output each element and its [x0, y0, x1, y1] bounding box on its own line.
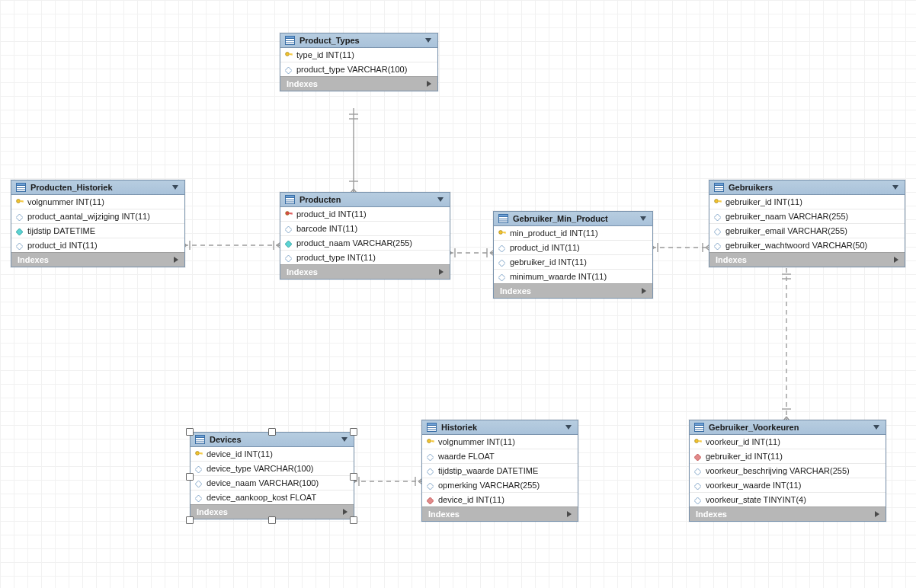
indexes-label: Indexes: [428, 510, 460, 519]
indexes-section[interactable]: Indexes: [690, 507, 886, 521]
column-row[interactable]: gebruiker_id INT(11): [709, 195, 905, 209]
column-row[interactable]: gebruiker_naam VARCHAR(255): [709, 209, 905, 224]
svg-marker-136: [694, 483, 701, 490]
entity-title: Devices: [210, 435, 337, 444]
entity-historiek[interactable]: Historiekvolgnummer INT(11)waarde FLOATt…: [421, 420, 578, 522]
column-row[interactable]: device_type VARCHAR(100): [191, 462, 354, 476]
entity-gebruiker_voorkeuren[interactable]: Gebruiker_Voorkeurenvoorkeur_id INT(11)g…: [689, 420, 886, 522]
column-row[interactable]: voorkeur_beschrijving VARCHAR(255): [690, 464, 886, 478]
indexes-section[interactable]: Indexes: [494, 283, 652, 298]
column-label: product_type VARCHAR(100): [296, 65, 407, 74]
column-label: gebruiker_id INT(11): [706, 452, 783, 461]
column-row[interactable]: gebruiker_email VARCHAR(255): [709, 224, 905, 238]
chevron-down-icon[interactable]: [172, 185, 178, 190]
column-type-icon: [16, 213, 23, 220]
column-row[interactable]: gebruiker_wachtwoord VARCHAR(50): [709, 238, 905, 252]
entity-header[interactable]: Gebruikers: [709, 181, 905, 195]
entity-producten_historiek[interactable]: Producten_Historiekvolgnummer INT(11)pro…: [11, 180, 185, 267]
indexes-section[interactable]: Indexes: [11, 252, 184, 267]
column-row[interactable]: gebruiker_id INT(11): [494, 255, 652, 270]
entity-producten[interactable]: Productenproduct_id INT(11)barcode INT(1…: [280, 192, 450, 280]
column-row[interactable]: product_id INT(11): [11, 238, 184, 252]
indexes-label: Indexes: [500, 286, 531, 296]
column-row[interactable]: device_id INT(11): [422, 493, 578, 507]
column-row[interactable]: tijdstip_waarde DATETIME: [422, 464, 578, 478]
column-label: minimum_waarde INT(11): [510, 272, 607, 281]
entity-header[interactable]: Producten_Historiek: [11, 181, 184, 195]
indexes-section[interactable]: Indexes: [191, 504, 354, 519]
entity-header[interactable]: Historiek: [422, 420, 578, 435]
column-row[interactable]: voorkeur_id INT(11): [690, 435, 886, 449]
column-row[interactable]: waarde FLOAT: [422, 449, 578, 464]
chevron-down-icon[interactable]: [640, 216, 646, 221]
column-label: product_id INT(11): [27, 241, 98, 250]
column-row[interactable]: product_id INT(11): [494, 241, 652, 255]
column-row[interactable]: product_type VARCHAR(100): [280, 62, 437, 76]
column-label: gebruiker_wachtwoord VARCHAR(50): [725, 241, 867, 250]
column-type-icon: [16, 228, 23, 235]
entity-gebruikers[interactable]: Gebruikersgebruiker_id INT(11)gebruiker_…: [709, 180, 905, 267]
column-row[interactable]: volgnummer INT(11): [11, 195, 184, 209]
column-row[interactable]: voorkeur_state TINYINT(4): [690, 493, 886, 507]
column-row[interactable]: device_aankoop_kost FLOAT: [191, 491, 354, 504]
entity-header[interactable]: Producten: [280, 193, 450, 207]
chevron-down-icon[interactable]: [425, 38, 431, 43]
column-type-icon: [498, 259, 505, 266]
indexes-section[interactable]: Indexes: [280, 264, 450, 279]
entity-product_types[interactable]: Product_Typestype_id INT(11)product_type…: [280, 33, 438, 91]
column-type-icon: [195, 494, 202, 501]
indexes-section[interactable]: Indexes: [709, 252, 905, 267]
entity-gebruiker_min_product[interactable]: Gebruiker_Min_Productmin_product_id INT(…: [493, 211, 653, 299]
column-row[interactable]: product_id INT(11): [280, 207, 450, 222]
entity-header[interactable]: Devices: [191, 433, 354, 447]
entity-header[interactable]: Gebruiker_Voorkeuren: [690, 420, 886, 435]
svg-marker-91: [498, 274, 505, 281]
chevron-down-icon[interactable]: [892, 185, 898, 190]
column-row[interactable]: product_aantal_wijziging INT(11): [11, 209, 184, 224]
entity-header[interactable]: Product_Types: [280, 34, 437, 48]
svg-rect-132: [701, 440, 702, 443]
column-row[interactable]: voorkeur_waarde INT(11): [690, 478, 886, 493]
column-type-icon: [694, 497, 701, 503]
indexes-section[interactable]: Indexes: [422, 507, 578, 521]
column-label: voorkeur_beschrijving VARCHAR(255): [706, 466, 850, 475]
svg-marker-134: [694, 454, 701, 461]
entity-devices[interactable]: Devicesdevice_id INT(11)device_type VARC…: [190, 432, 354, 519]
chevron-down-icon[interactable]: [565, 425, 572, 430]
column-row[interactable]: product_naam VARCHAR(255): [280, 236, 450, 251]
column-row[interactable]: type_id INT(11): [280, 48, 437, 62]
table-icon: [427, 423, 437, 432]
column-label: product_naam VARCHAR(255): [296, 238, 412, 248]
chevron-down-icon[interactable]: [437, 197, 444, 202]
column-type-icon: [195, 451, 202, 458]
column-row[interactable]: gebruiker_id INT(11): [690, 449, 886, 464]
column-row[interactable]: minimum_waarde INT(11): [494, 270, 652, 283]
column-label: waarde FLOAT: [438, 452, 495, 461]
column-row[interactable]: min_product_id INT(11): [494, 226, 652, 241]
svg-marker-100: [714, 214, 721, 221]
column-type-icon: [427, 482, 434, 489]
chevron-down-icon[interactable]: [341, 437, 348, 442]
chevron-right-icon: [427, 81, 431, 87]
indexes-section[interactable]: Indexes: [280, 76, 437, 91]
column-row[interactable]: tijdstip DATETIME: [11, 224, 184, 238]
column-row[interactable]: device_id INT(11): [191, 447, 354, 462]
svg-rect-109: [202, 452, 203, 455]
column-label: min_product_id INT(11): [510, 228, 598, 238]
column-label: device_id INT(11): [207, 449, 273, 459]
column-row[interactable]: product_type INT(11): [280, 251, 450, 264]
column-row[interactable]: device_naam VARCHAR(100): [191, 476, 354, 491]
chevron-down-icon[interactable]: [873, 425, 879, 430]
svg-rect-60: [17, 184, 26, 186]
entity-title: Gebruiker_Voorkeuren: [709, 423, 869, 432]
svg-rect-115: [428, 423, 437, 426]
column-row[interactable]: volgnummer INT(11): [422, 435, 578, 449]
column-row[interactable]: barcode INT(11): [280, 222, 450, 236]
svg-marker-112: [195, 481, 202, 487]
entity-header[interactable]: Gebruiker_Min_Product: [494, 212, 652, 226]
entity-title: Historiek: [441, 423, 561, 432]
svg-rect-104: [196, 436, 205, 438]
svg-rect-133: [700, 440, 700, 442]
indexes-label: Indexes: [716, 255, 747, 264]
column-row[interactable]: opmerking VARCHAR(255): [422, 478, 578, 493]
